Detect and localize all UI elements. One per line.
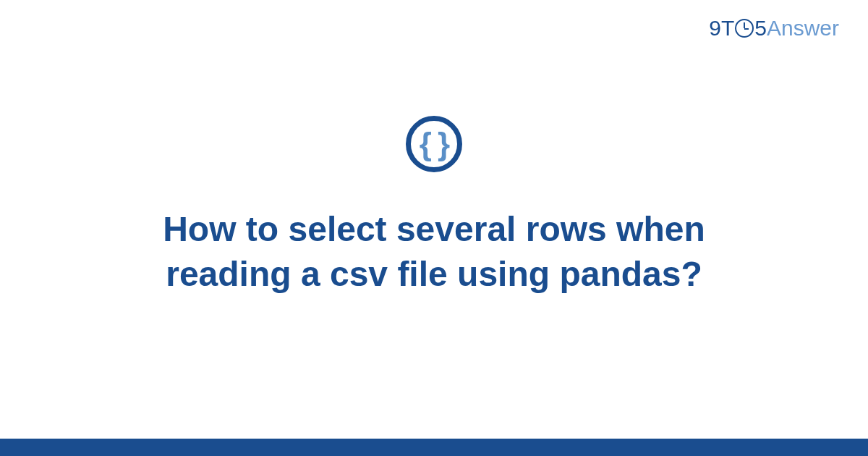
- question-title: How to select several rows when reading …: [80, 207, 788, 297]
- code-braces-icon: { }: [420, 128, 448, 160]
- footer-accent-bar: [0, 439, 868, 456]
- topic-icon-circle: { }: [406, 116, 462, 172]
- main-content: { } How to select several rows when read…: [0, 0, 868, 456]
